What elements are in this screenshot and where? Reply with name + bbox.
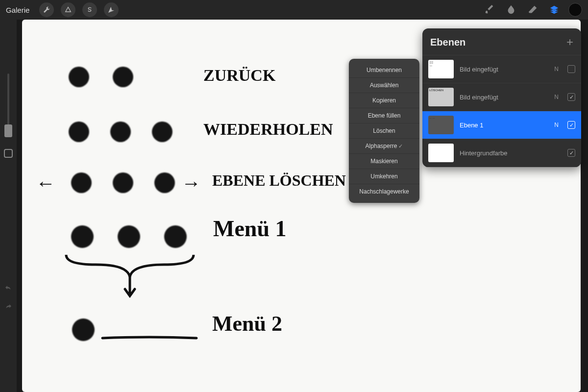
layers-icon[interactable] bbox=[547, 2, 562, 17]
gallery-link[interactable]: Galerie bbox=[6, 6, 29, 14]
layers-panel: Ebenen + ⠿⠿— Bild eingefügt N LÖSCHEN Bi… bbox=[422, 28, 581, 167]
layer-row[interactable]: Hintergrundfarbe bbox=[422, 139, 581, 167]
canvas-dot bbox=[118, 225, 140, 248]
layer-blend[interactable]: N bbox=[554, 94, 559, 100]
brush-icon[interactable] bbox=[482, 2, 497, 17]
redo-icon[interactable] bbox=[4, 303, 13, 314]
canvas-dot bbox=[152, 122, 172, 142]
canvas-dot bbox=[110, 122, 131, 142]
color-well[interactable] bbox=[568, 3, 582, 17]
canvas-label: EBENE LÖSCHEN bbox=[212, 172, 346, 190]
ctx-select[interactable]: Auswählen bbox=[349, 78, 419, 93]
layer-thumb bbox=[428, 144, 454, 162]
canvas-dot bbox=[71, 172, 92, 193]
brush-size-slider[interactable] bbox=[7, 74, 9, 137]
layer-blend[interactable]: N bbox=[554, 66, 559, 73]
layer-row[interactable]: ··· ··· Ebene 1 N bbox=[422, 111, 581, 139]
canvas-label: WIEDERHOLEN bbox=[203, 120, 333, 139]
adjust-icon[interactable] bbox=[61, 2, 75, 17]
layer-name: Ebene 1 bbox=[460, 122, 548, 129]
canvas-dot bbox=[113, 172, 133, 193]
canvas-dot bbox=[69, 122, 89, 142]
layer-row[interactable]: ⠿⠿— Bild eingefügt N bbox=[422, 55, 581, 83]
ctx-rename[interactable]: Umbenennen bbox=[349, 63, 419, 78]
layers-panel-title: Ebenen bbox=[430, 37, 466, 48]
layer-visibility-checkbox[interactable] bbox=[567, 149, 575, 157]
ctx-fill[interactable]: Ebene füllen bbox=[349, 108, 419, 123]
top-toolbar: Galerie bbox=[0, 0, 588, 20]
eraser-icon[interactable] bbox=[525, 2, 540, 17]
layer-name: Hintergrundfarbe bbox=[460, 149, 553, 157]
selection-s-icon[interactable] bbox=[82, 2, 97, 17]
ctx-mask[interactable]: Maskieren bbox=[349, 154, 419, 169]
add-layer-button[interactable]: + bbox=[566, 36, 573, 48]
canvas-dot bbox=[164, 225, 187, 248]
canvas-dot bbox=[71, 225, 94, 248]
canvas-dot bbox=[113, 67, 133, 87]
layer-thumb: LÖSCHEN bbox=[428, 88, 454, 106]
layer-visibility-checkbox[interactable] bbox=[567, 65, 575, 73]
ctx-reference[interactable]: Nachschlagewerke bbox=[349, 184, 419, 199]
brush-size-thumb[interactable] bbox=[4, 124, 12, 137]
canvas-line bbox=[100, 333, 198, 343]
ctx-invert[interactable]: Umkehren bbox=[349, 169, 419, 184]
layer-context-menu: Umbenennen Auswählen Kopieren Ebene füll… bbox=[349, 59, 419, 203]
undo-icon[interactable] bbox=[4, 284, 13, 295]
layer-blend[interactable]: N bbox=[554, 122, 559, 128]
canvas-arrow-left: ← bbox=[36, 172, 55, 195]
layer-visibility-checkbox[interactable] bbox=[567, 93, 575, 101]
layer-thumb: ··· ··· bbox=[428, 116, 454, 134]
ctx-alphalock[interactable]: Alphasperre bbox=[349, 139, 419, 154]
layer-visibility-checkbox[interactable] bbox=[567, 121, 575, 129]
layer-thumb: ⠿⠿— bbox=[428, 60, 454, 78]
canvas-label: ZURÜCK bbox=[203, 66, 275, 85]
modify-button[interactable] bbox=[4, 149, 13, 158]
smudge-icon[interactable] bbox=[504, 2, 518, 17]
canvas-dot bbox=[154, 172, 175, 193]
layer-row[interactable]: LÖSCHEN Bild eingefügt N bbox=[422, 83, 581, 111]
canvas-brace bbox=[61, 250, 198, 304]
transform-arrow-icon[interactable] bbox=[104, 2, 119, 17]
left-sidebar bbox=[0, 20, 17, 392]
ctx-copy[interactable]: Kopieren bbox=[349, 93, 419, 108]
canvas-label: Menü 2 bbox=[212, 311, 282, 336]
ctx-delete[interactable]: Löschen bbox=[349, 123, 419, 139]
wrench-icon[interactable] bbox=[39, 2, 54, 17]
layer-name: Bild eingefügt bbox=[460, 94, 548, 101]
canvas-dot bbox=[72, 318, 95, 341]
canvas-label: Menü 1 bbox=[213, 216, 287, 242]
layer-name: Bild eingefügt bbox=[460, 66, 548, 73]
canvas-dot bbox=[69, 67, 89, 87]
canvas-arrow-right: → bbox=[181, 172, 201, 195]
